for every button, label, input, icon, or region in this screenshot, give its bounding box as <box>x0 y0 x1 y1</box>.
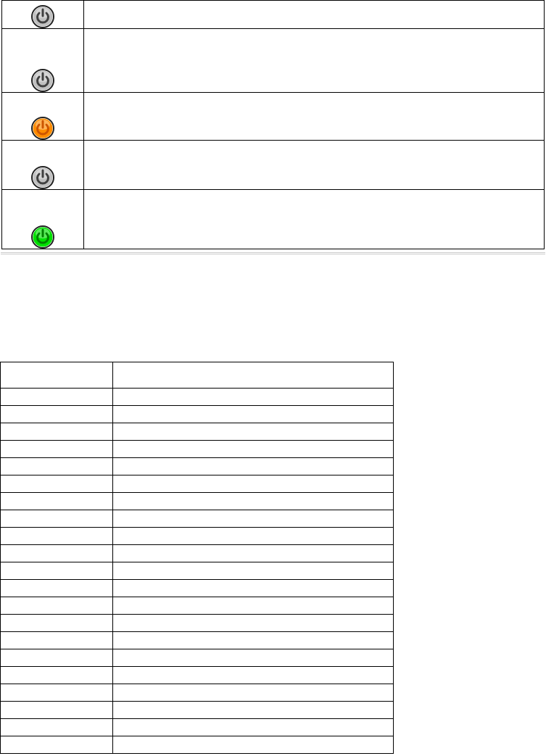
table-cell <box>112 736 393 754</box>
table-cell <box>112 632 393 649</box>
table-row <box>1 406 394 423</box>
table-cell <box>112 615 393 632</box>
power-icon <box>31 69 54 92</box>
table-cell <box>112 362 393 389</box>
table-cell <box>1 528 113 545</box>
table-row <box>1 597 394 615</box>
status-icon-cell <box>2 1 84 29</box>
table-cell <box>112 649 393 667</box>
table-row <box>1 475 394 493</box>
table-cell <box>1 562 113 580</box>
table-cell <box>112 719 393 736</box>
status-row <box>2 190 545 249</box>
status-table <box>1 0 545 249</box>
table-row <box>1 580 394 597</box>
table-cell <box>1 702 113 719</box>
power-icon <box>31 5 54 28</box>
status-icon-cell <box>2 141 84 190</box>
table-cell <box>1 493 113 510</box>
table-cell <box>112 580 393 597</box>
table-row <box>1 528 394 545</box>
table-cell <box>1 406 113 423</box>
table-row <box>1 667 394 684</box>
table-cell <box>1 615 113 632</box>
status-content-cell <box>83 190 544 249</box>
table-cell <box>112 545 393 562</box>
table-cell <box>112 423 393 441</box>
table-cell <box>1 423 113 441</box>
table-cell <box>112 458 393 475</box>
table-cell <box>1 684 113 702</box>
table-row <box>1 702 394 719</box>
table-row <box>1 458 394 475</box>
table-cell <box>1 458 113 475</box>
table-cell <box>1 597 113 615</box>
table-row <box>1 441 394 458</box>
table-cell <box>1 389 113 406</box>
table-cell <box>1 510 113 528</box>
table-cell <box>112 684 393 702</box>
table-cell <box>1 580 113 597</box>
table-row <box>1 545 394 562</box>
table-cell <box>112 406 393 423</box>
table-row <box>1 510 394 528</box>
status-row <box>2 141 545 190</box>
table-cell <box>112 510 393 528</box>
status-row <box>2 1 545 29</box>
table-row <box>1 649 394 667</box>
table-row <box>1 493 394 510</box>
power-icon <box>31 117 54 140</box>
table-cell <box>1 632 113 649</box>
table-cell <box>1 475 113 493</box>
table-cell <box>112 493 393 510</box>
data-table <box>0 362 394 754</box>
status-row <box>2 93 545 141</box>
status-content-cell <box>83 93 544 141</box>
table-row <box>1 736 394 754</box>
table-cell <box>1 362 113 389</box>
status-icon-cell <box>2 29 84 93</box>
table-row <box>1 562 394 580</box>
status-icon-cell <box>2 93 84 141</box>
table-cell <box>1 649 113 667</box>
table-cell <box>1 736 113 754</box>
table-cell <box>112 528 393 545</box>
status-content-cell <box>83 141 544 190</box>
table-cell <box>1 719 113 736</box>
status-row <box>2 29 545 93</box>
table-cell <box>1 545 113 562</box>
table-cell <box>112 702 393 719</box>
table-cell <box>112 597 393 615</box>
table-cell <box>1 667 113 684</box>
table-cell <box>112 562 393 580</box>
table-cell <box>112 441 393 458</box>
table-cell <box>112 389 393 406</box>
table-row <box>1 389 394 406</box>
table-cell <box>112 475 393 493</box>
spacer <box>0 254 546 362</box>
table-row <box>1 615 394 632</box>
table-cell <box>112 667 393 684</box>
table-row <box>1 719 394 736</box>
table-row <box>1 423 394 441</box>
table-row <box>1 362 394 389</box>
power-icon <box>31 166 54 189</box>
table-row <box>1 684 394 702</box>
status-content-cell <box>83 1 544 29</box>
status-content-cell <box>83 29 544 93</box>
table-row <box>1 632 394 649</box>
power-icon <box>31 225 54 249</box>
status-icon-cell <box>2 190 84 249</box>
table-cell <box>1 441 113 458</box>
